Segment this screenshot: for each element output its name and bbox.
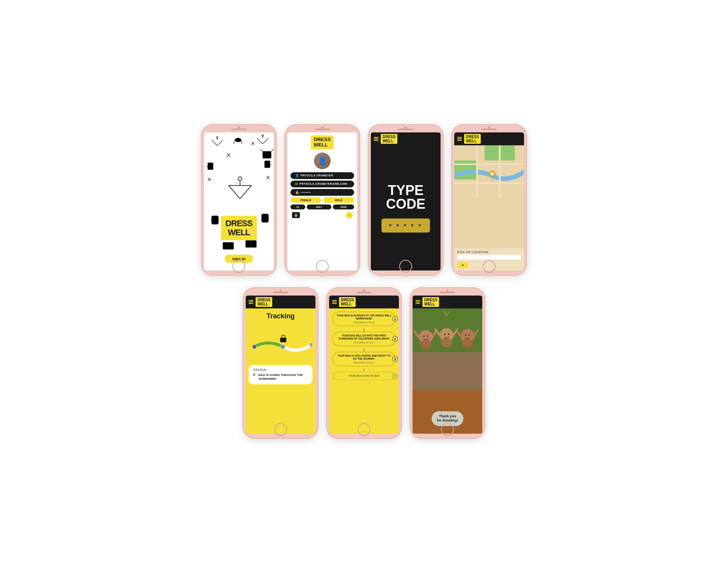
timeline-header-logo-text: DRESS WELL [341, 298, 354, 306]
map-area [454, 145, 524, 248]
username-text: PRYSCILA CROMEYER [301, 174, 333, 177]
email-icon: ✉ [295, 182, 298, 186]
svg-point-62 [441, 338, 452, 347]
timeline-main: YOUR BAG IS ALREADY AT THE DRESS WELL WA… [329, 308, 399, 434]
phone-6-speaker [356, 292, 372, 293]
splash-doodles [204, 132, 274, 270]
svg-rect-56 [413, 352, 482, 390]
svg-point-3 [217, 137, 218, 138]
dob-row: 11 JULY 2016 [290, 204, 354, 209]
tracking-hamburger[interactable] [249, 300, 253, 304]
timeline-item-1-text: YOUR BAG IS ALREADY AT THE DRESS WELL WA… [336, 314, 392, 321]
svg-line-4 [257, 138, 263, 144]
phone-2-screen: DRESS WELL 👤 👤 PRYSCILA CROMEYER ✉ PRYSC… [287, 132, 357, 270]
map-svg [454, 145, 524, 248]
dob-month[interactable]: JULY [307, 204, 331, 209]
timeline-item-3-number: 3 [392, 356, 398, 362]
phone-1-screen: DRESS WELL sign in [204, 132, 274, 270]
timeline-item-4: YOUR BAG IS ON ITS WAY 4 [332, 372, 396, 380]
svg-point-74 [469, 334, 470, 336]
dob-day[interactable]: 11 [290, 204, 305, 209]
phone-5-screen: DRESS WELL Tracking [246, 296, 315, 434]
timeline-item-2-text: YOUR BAG WILL GO INTO THE FIRST SCREENIN… [336, 334, 392, 341]
svg-rect-55 [413, 384, 482, 434]
svg-point-47 [252, 344, 257, 349]
password-field[interactable]: 🔒 ••••••••• [290, 189, 354, 196]
thankyou-photo: Thank you for donating! [413, 308, 482, 434]
thankyou-hamburger[interactable] [416, 300, 420, 304]
profile-logo-text: DRESS WELL [314, 137, 331, 148]
thankyou-text: Thank you for donating! [437, 414, 458, 423]
timeline-item-1-date: DELIVERED 11.09.16 [336, 321, 392, 324]
lock-button[interactable]: 🔒 [292, 212, 300, 218]
svg-line-16 [234, 140, 235, 144]
map-header-logo: DRESS WELL [464, 134, 481, 144]
splash-signin-button[interactable]: sign in [224, 255, 253, 263]
pickup-input[interactable] [457, 255, 521, 259]
svg-line-5 [263, 138, 268, 144]
timeline-item-2: YOUR BAG WILL GO INTO THE FIRST SCREENIN… [332, 332, 396, 346]
phone-5: DRESS WELL Tracking [243, 287, 318, 439]
username-field[interactable]: 👤 PRYSCILA CROMEYER [290, 172, 354, 179]
typecode-dots[interactable]: • • • • • [381, 219, 430, 233]
password-dots: ••••••••• [301, 191, 311, 193]
phone-7-speaker [440, 292, 455, 293]
phone-3-speaker [398, 129, 413, 130]
map-header-logo-text: DRESS WELL [466, 135, 479, 143]
svg-rect-8 [263, 151, 271, 158]
phone-6-screen: DRESS WELL YOUR BAG IS ALREADY AT THE DR… [329, 296, 399, 434]
timeline-hamburger[interactable] [332, 300, 337, 304]
pickup-btn[interactable]: > [457, 262, 468, 268]
gender-female-button[interactable]: FEMALE [290, 197, 321, 203]
svg-rect-31 [212, 216, 218, 224]
timeline-item-1: YOUR BAG IS ALREADY AT THE DRESS WELL WA… [332, 311, 396, 326]
tracking-path-svg [249, 324, 312, 362]
svg-point-29 [238, 177, 242, 181]
status-box: STATUS BAG IS GOING THROUGH THE SCREENIN… [249, 365, 312, 384]
timeline-header: DRESS WELL [329, 296, 399, 308]
svg-line-0 [212, 140, 217, 146]
timeline-item-3: YOUR BAG IS 100% USEFUL AND READY TO DO … [332, 352, 396, 366]
phone-7: DRESS WELL [410, 287, 485, 439]
timeline-item-4-text: YOUR BAG IS ON ITS WAY [336, 374, 392, 377]
screen-map: DRESS WELL [454, 132, 524, 270]
timeline-header-logo: DRESS WELL [339, 297, 356, 307]
hamburger-menu[interactable] [374, 137, 378, 141]
screen-profile: DRESS WELL 👤 👤 PRYSCILA CROMEYER ✉ PRYSC… [287, 132, 357, 270]
svg-line-26 [229, 186, 240, 199]
screen-splash: DRESS WELL sign in [204, 132, 274, 270]
timeline-item-3-date: DELIVERED 22.09.16 [336, 362, 392, 364]
svg-point-69 [423, 335, 425, 337]
gender-male-button[interactable]: MALE [323, 197, 354, 203]
phone-2: DRESS WELL 👤 👤 PRYSCILA CROMEYER ✉ PRYSC… [284, 124, 360, 276]
tracking-map-area [249, 324, 312, 362]
header-logo: DRESS WELL [381, 134, 397, 144]
typecode-header: DRESS WELL [371, 132, 441, 145]
svg-point-71 [444, 333, 446, 335]
svg-line-10 [271, 149, 274, 151]
email-field[interactable]: ✉ PRYSCILA.CROMEYER@ME.COM [290, 181, 354, 187]
avatar-image: 👤 [314, 153, 331, 169]
typecode-content: TYPE CODE • • • • • [371, 145, 441, 270]
svg-point-7 [262, 135, 264, 136]
svg-point-58 [420, 340, 431, 349]
map-background [454, 145, 524, 248]
timeline-item-2-date: DELIVERED 18.09.16 [336, 341, 392, 344]
status-dot [253, 373, 255, 376]
svg-point-49 [309, 343, 312, 347]
profile-avatar: 👤 [314, 153, 331, 169]
tracking-title: Tracking [267, 312, 295, 320]
dob-year[interactable]: 2016 [333, 204, 354, 209]
tracking-header: DRESS WELL [246, 296, 315, 308]
thankyou-header-logo-text: DRESS WELL [424, 298, 437, 306]
phone-1: DRESS WELL sign in [201, 124, 277, 276]
row-bottom: DRESS WELL Tracking [243, 287, 485, 439]
phone-4-screen: DRESS WELL [454, 132, 524, 270]
timeline-item-1-number: 1 [392, 316, 398, 322]
phone-3-screen: DRESS WELL TYPE CODE • • • • • [371, 132, 441, 270]
next-button[interactable]: → [346, 212, 353, 219]
phone-4: DRESS WELL [451, 124, 527, 276]
map-hamburger-menu[interactable] [457, 137, 462, 141]
timeline-item-3-text: YOUR BAG IS 100% USEFUL AND READY TO DO … [336, 354, 392, 361]
screen-typecode: DRESS WELL TYPE CODE • • • • • [371, 132, 441, 270]
